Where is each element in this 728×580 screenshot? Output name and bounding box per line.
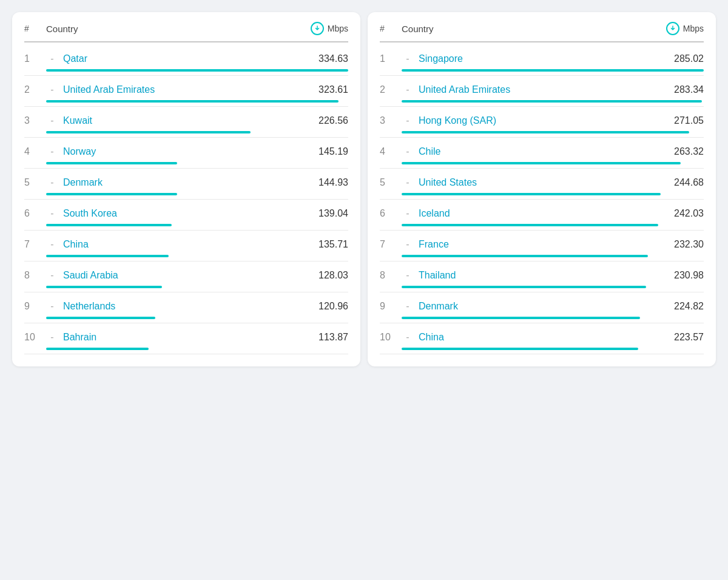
progress-bar-container bbox=[402, 131, 704, 133]
row-rank: 5 bbox=[24, 177, 46, 188]
row-dash: - bbox=[46, 146, 58, 157]
table-row: 1 - Singapore 285.02 bbox=[380, 45, 704, 76]
left-download-icon bbox=[311, 22, 324, 35]
progress-bar-container bbox=[46, 255, 348, 257]
progress-bar bbox=[46, 100, 339, 103]
row-country-name: China bbox=[419, 332, 661, 343]
row-country-name: United States bbox=[419, 177, 661, 188]
progress-bar-container bbox=[402, 100, 704, 103]
progress-bar bbox=[402, 100, 702, 103]
row-dash: - bbox=[46, 301, 58, 312]
row-data: 7 - China 135.71 bbox=[24, 239, 348, 250]
row-country-name: Norway bbox=[63, 146, 306, 157]
row-speed: 226.56 bbox=[306, 115, 348, 126]
progress-bar-container bbox=[402, 317, 704, 319]
progress-bar bbox=[46, 131, 251, 133]
table-row: 1 - Qatar 334.63 bbox=[24, 45, 348, 76]
row-dash: - bbox=[402, 239, 414, 250]
table-row: 10 - China 223.57 bbox=[380, 323, 704, 354]
row-country-name: Singapore bbox=[419, 53, 661, 64]
right-mbps-label: Mbps bbox=[683, 24, 704, 33]
row-rank: 7 bbox=[24, 239, 46, 250]
row-speed: 113.87 bbox=[306, 332, 348, 343]
row-dash: - bbox=[402, 84, 414, 95]
tables-container: # Country Mbps 1 - Qatar 334.63 bbox=[12, 12, 716, 366]
row-rank: 9 bbox=[24, 301, 46, 312]
row-country-name: Netherlands bbox=[63, 301, 306, 312]
row-dash: - bbox=[46, 208, 58, 219]
progress-bar-container bbox=[402, 162, 704, 164]
progress-bar-container bbox=[46, 348, 348, 350]
progress-bar bbox=[402, 348, 638, 350]
row-data: 3 - Hong Kong (SAR) 271.05 bbox=[380, 115, 704, 126]
row-dash: - bbox=[402, 53, 414, 64]
row-data: 8 - Thailand 230.98 bbox=[380, 270, 704, 281]
table-row: 2 - United Arab Emirates 283.34 bbox=[380, 76, 704, 107]
table-row: 2 - United Arab Emirates 323.61 bbox=[24, 76, 348, 107]
row-speed: 285.02 bbox=[661, 53, 704, 64]
row-data: 6 - Iceland 242.03 bbox=[380, 208, 704, 219]
progress-bar-container bbox=[402, 348, 704, 350]
table-row: 4 - Norway 145.19 bbox=[24, 138, 348, 169]
progress-bar-container bbox=[46, 69, 348, 72]
row-dash: - bbox=[402, 208, 414, 219]
progress-bar bbox=[402, 224, 658, 226]
row-rank: 7 bbox=[380, 239, 402, 250]
row-country-name: South Korea bbox=[63, 208, 306, 219]
row-rank: 6 bbox=[24, 208, 46, 219]
row-country-name: Hong Kong (SAR) bbox=[419, 115, 661, 126]
right-table-rows: 1 - Singapore 285.02 2 - United Arab Emi… bbox=[380, 45, 704, 354]
table-row: 6 - South Korea 139.04 bbox=[24, 200, 348, 231]
progress-bar-container bbox=[46, 286, 348, 288]
row-country-name: Bahrain bbox=[63, 332, 306, 343]
row-dash: - bbox=[46, 53, 58, 64]
table-row: 5 - United States 244.68 bbox=[380, 169, 704, 200]
progress-bar-container bbox=[402, 286, 704, 288]
progress-bar bbox=[402, 69, 704, 72]
progress-bar bbox=[46, 224, 172, 226]
table-row: 9 - Denmark 224.82 bbox=[380, 292, 704, 323]
row-speed: 139.04 bbox=[306, 208, 348, 219]
row-rank: 1 bbox=[24, 53, 46, 64]
row-speed: 223.57 bbox=[661, 332, 704, 343]
row-dash: - bbox=[402, 270, 414, 281]
progress-bar-container bbox=[402, 193, 704, 195]
row-data: 5 - United States 244.68 bbox=[380, 177, 704, 188]
left-table-header: # Country Mbps bbox=[24, 12, 348, 42]
row-data: 3 - Kuwait 226.56 bbox=[24, 115, 348, 126]
row-data: 8 - Saudi Arabia 128.03 bbox=[24, 270, 348, 281]
progress-bar-container bbox=[46, 131, 348, 133]
row-speed: 120.96 bbox=[306, 301, 348, 312]
row-data: 1 - Singapore 285.02 bbox=[380, 53, 704, 64]
table-row: 6 - Iceland 242.03 bbox=[380, 200, 704, 231]
row-data: 1 - Qatar 334.63 bbox=[24, 53, 348, 64]
row-rank: 10 bbox=[380, 332, 402, 343]
progress-bar-container bbox=[46, 224, 348, 226]
row-speed: 263.32 bbox=[661, 146, 704, 157]
row-speed: 232.30 bbox=[661, 239, 704, 250]
row-dash: - bbox=[402, 301, 414, 312]
table-row: 4 - Chile 263.32 bbox=[380, 138, 704, 169]
row-country-name: Denmark bbox=[419, 301, 661, 312]
row-dash: - bbox=[402, 332, 414, 343]
row-country-name: China bbox=[63, 239, 306, 250]
row-rank: 10 bbox=[24, 332, 46, 343]
row-speed: 323.61 bbox=[306, 84, 348, 95]
table-row: 3 - Hong Kong (SAR) 271.05 bbox=[380, 107, 704, 138]
left-mbps-header: Mbps bbox=[311, 22, 348, 35]
table-row: 5 - Denmark 144.93 bbox=[24, 169, 348, 200]
right-table-panel: # Country Mbps 1 - Singapore 285.02 bbox=[368, 12, 716, 366]
row-country-name: United Arab Emirates bbox=[419, 84, 661, 95]
row-speed: 244.68 bbox=[661, 177, 704, 188]
table-row: 7 - France 232.30 bbox=[380, 231, 704, 261]
row-dash: - bbox=[46, 239, 58, 250]
row-rank: 8 bbox=[380, 270, 402, 281]
row-rank: 8 bbox=[24, 270, 46, 281]
table-row: 8 - Saudi Arabia 128.03 bbox=[24, 261, 348, 292]
row-country-name: Thailand bbox=[419, 270, 661, 281]
left-table-panel: # Country Mbps 1 - Qatar 334.63 bbox=[12, 12, 360, 366]
progress-bar-container bbox=[402, 69, 704, 72]
row-data: 10 - China 223.57 bbox=[380, 332, 704, 343]
row-data: 10 - Bahrain 113.87 bbox=[24, 332, 348, 343]
table-row: 7 - China 135.71 bbox=[24, 231, 348, 261]
